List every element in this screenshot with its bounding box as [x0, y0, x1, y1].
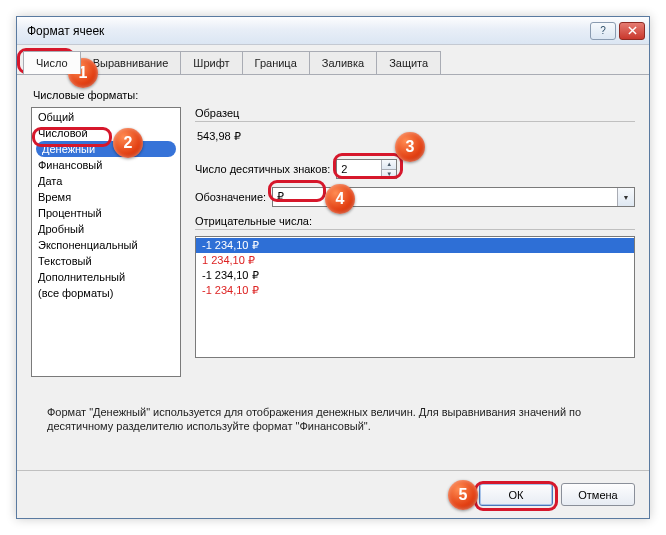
list-item[interactable]: -1 234,10 ₽: [196, 283, 634, 298]
tab-border[interactable]: Граница: [242, 51, 310, 74]
symbol-value: ₽: [273, 188, 617, 206]
dialog-title: Формат ячеек: [27, 24, 587, 38]
decimal-places-label: Число десятичных знаков:: [195, 163, 330, 175]
symbol-label: Обозначение:: [195, 191, 266, 203]
list-item[interactable]: 1 234,10 ₽: [196, 253, 634, 268]
tab-body: Числовые форматы: Общий Числовой Денежны…: [17, 75, 649, 471]
cancel-button[interactable]: Отмена: [561, 483, 635, 506]
tab-alignment[interactable]: Выравнивание: [80, 51, 182, 74]
list-item[interactable]: Дополнительный: [32, 269, 180, 285]
list-item[interactable]: -1 234,10 ₽: [196, 238, 634, 253]
list-item[interactable]: Денежный: [36, 141, 176, 157]
tab-protect[interactable]: Защита: [376, 51, 441, 74]
sample-value: 543,98 ₽: [195, 128, 635, 147]
negative-numbers-list[interactable]: -1 234,10 ₽ 1 234,10 ₽ -1 234,10 ₽ -1 23…: [195, 236, 635, 358]
list-item[interactable]: Процентный: [32, 205, 180, 221]
list-item[interactable]: Финансовый: [32, 157, 180, 173]
titlebar: Формат ячеек ?: [17, 17, 649, 45]
decimal-places-input[interactable]: [337, 160, 381, 178]
close-button[interactable]: [619, 22, 645, 40]
close-icon: [628, 26, 637, 35]
list-item[interactable]: Дробный: [32, 221, 180, 237]
symbol-combo[interactable]: ₽ ▼: [272, 187, 635, 207]
list-item[interactable]: (все форматы): [32, 285, 180, 301]
chevron-down-icon[interactable]: ▼: [617, 188, 634, 206]
list-item[interactable]: Экспоненциальный: [32, 237, 180, 253]
list-item[interactable]: Текстовый: [32, 253, 180, 269]
dialog-footer: ОК Отмена: [17, 470, 649, 518]
number-formats-list[interactable]: Общий Числовой Денежный Финансовый Дата …: [31, 107, 181, 377]
format-cells-dialog: Формат ячеек ? Число Выравнивание Шрифт …: [16, 16, 650, 519]
list-item[interactable]: Общий: [32, 109, 180, 125]
tabstrip: Число Выравнивание Шрифт Граница Заливка…: [17, 45, 649, 75]
tab-font[interactable]: Шрифт: [180, 51, 242, 74]
tab-fill[interactable]: Заливка: [309, 51, 377, 74]
sample-label: Образец: [195, 107, 635, 119]
list-item[interactable]: Числовой: [32, 125, 180, 141]
list-item[interactable]: Дата: [32, 173, 180, 189]
format-description: Формат "Денежный" используется для отобр…: [31, 397, 635, 433]
formats-label: Числовые форматы:: [33, 89, 635, 101]
spinner-up[interactable]: ▲: [382, 160, 396, 169]
list-item[interactable]: Время: [32, 189, 180, 205]
ok-button[interactable]: ОК: [479, 483, 553, 506]
decimal-places-spinner[interactable]: ▲ ▼: [336, 159, 397, 179]
list-item[interactable]: -1 234,10 ₽: [196, 268, 634, 283]
negative-label: Отрицательные числа:: [195, 215, 635, 227]
spinner-down[interactable]: ▼: [382, 169, 396, 179]
help-button[interactable]: ?: [590, 22, 616, 40]
tab-number[interactable]: Число: [23, 51, 81, 74]
